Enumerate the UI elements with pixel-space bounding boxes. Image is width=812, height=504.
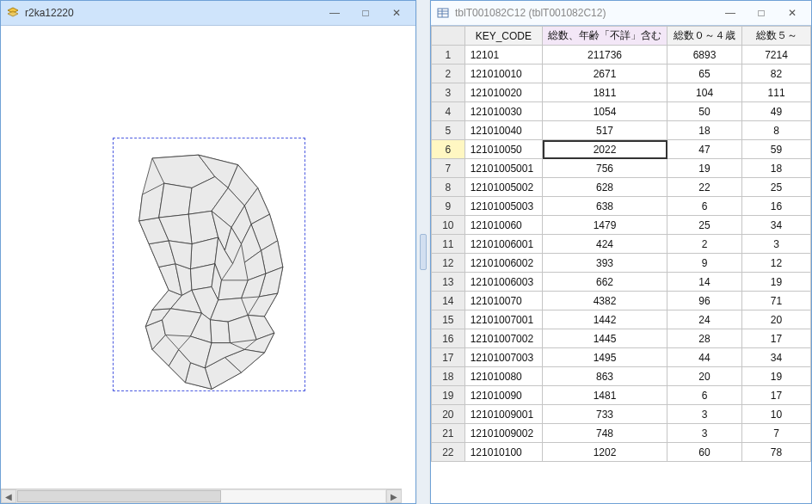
cell-value[interactable]: 96 — [667, 292, 742, 310]
cell-value[interactable]: 104 — [667, 83, 742, 102]
cell-value[interactable]: 863 — [543, 367, 667, 386]
table-row[interactable]: 8121010050026282225 — [432, 178, 811, 197]
cell-value[interactable]: 16 — [742, 197, 811, 216]
table-row[interactable]: 31210100201811104111 — [432, 83, 811, 102]
cell-value[interactable]: 65 — [667, 65, 742, 83]
cell-value[interactable]: 2022 — [543, 140, 667, 159]
cell-value[interactable]: 748 — [543, 424, 667, 443]
table-window-titlebar[interactable]: tblT001082C12 (tblT001082C12) — □ ✕ — [431, 1, 811, 26]
cell-key[interactable]: 121010060 — [464, 216, 542, 235]
table-row[interactable]: 912101005003638616 — [432, 197, 811, 216]
minimize-button[interactable]: — — [715, 4, 746, 22]
scroll-thumb[interactable] — [17, 490, 221, 502]
row-header[interactable]: 10 — [432, 216, 465, 235]
map-canvas[interactable]: ◀ ▶ — [1, 26, 415, 503]
row-header[interactable]: 17 — [432, 348, 465, 367]
cell-value[interactable]: 49 — [742, 102, 811, 121]
cell-key[interactable]: 121010030 — [464, 102, 542, 121]
cell-value[interactable]: 1445 — [543, 329, 667, 348]
cell-value[interactable]: 7214 — [742, 46, 811, 65]
close-button[interactable]: ✕ — [777, 4, 808, 22]
cell-value[interactable]: 1479 — [543, 216, 667, 235]
table-row[interactable]: 412101003010545049 — [432, 102, 811, 121]
table-row[interactable]: 111210100600142423 — [432, 235, 811, 254]
cell-value[interactable]: 25 — [742, 178, 811, 197]
table-row[interactable]: 211210100900274837 — [432, 424, 811, 443]
cell-value[interactable]: 9 — [667, 254, 742, 273]
cell-value[interactable]: 211736 — [543, 46, 667, 65]
table-row[interactable]: 1212101006002393912 — [432, 254, 811, 273]
cell-value[interactable]: 20 — [742, 310, 811, 329]
table-corner[interactable] — [432, 27, 465, 46]
cell-value[interactable]: 17 — [742, 386, 811, 405]
cell-key[interactable]: 12101005001 — [464, 159, 542, 178]
cell-key[interactable]: 121010020 — [464, 83, 542, 102]
cell-value[interactable]: 71 — [742, 292, 811, 310]
table-row[interactable]: 2012101009001733310 — [432, 405, 811, 424]
cell-value[interactable]: 662 — [543, 273, 667, 292]
cell-value[interactable]: 22 — [667, 178, 742, 197]
cell-value[interactable]: 1442 — [543, 310, 667, 329]
cell-value[interactable]: 24 — [667, 310, 742, 329]
close-button[interactable]: ✕ — [381, 4, 412, 22]
table-row[interactable]: 212101001026716582 — [432, 65, 811, 83]
cell-value[interactable]: 34 — [742, 348, 811, 367]
cell-key[interactable]: 121010050 — [464, 140, 542, 159]
row-header[interactable]: 12 — [432, 254, 465, 273]
cell-key[interactable]: 121010010 — [464, 65, 542, 83]
cell-value[interactable]: 19 — [667, 159, 742, 178]
cell-value[interactable]: 60 — [667, 443, 742, 462]
scroll-track[interactable] — [16, 489, 386, 503]
cell-value[interactable]: 14 — [667, 273, 742, 292]
table-row[interactable]: 13121010060036621419 — [432, 273, 811, 292]
cell-value[interactable]: 25 — [667, 216, 742, 235]
cell-key[interactable]: 12101006003 — [464, 273, 542, 292]
cell-value[interactable]: 19 — [742, 367, 811, 386]
maximize-button[interactable]: □ — [350, 4, 381, 22]
cell-value[interactable]: 638 — [543, 197, 667, 216]
cell-value[interactable]: 628 — [543, 178, 667, 197]
table-row[interactable]: 5121010040517188 — [432, 121, 811, 140]
cell-value[interactable]: 1481 — [543, 386, 667, 405]
cell-value[interactable]: 6 — [667, 197, 742, 216]
scroll-left-button[interactable]: ◀ — [1, 489, 16, 503]
cell-value[interactable]: 2 — [667, 235, 742, 254]
row-header[interactable]: 16 — [432, 329, 465, 348]
row-header[interactable]: 5 — [432, 121, 465, 140]
maximize-button[interactable]: □ — [746, 4, 777, 22]
map-window-titlebar[interactable]: r2ka12220 — □ ✕ — [1, 1, 415, 26]
scroll-right-button[interactable]: ▶ — [386, 489, 402, 503]
table-row[interactable]: 11210121173668937214 — [432, 46, 811, 65]
cell-value[interactable]: 10 — [742, 405, 811, 424]
row-header[interactable]: 21 — [432, 424, 465, 443]
table-scroll-area[interactable]: KEY_CODE 総数、年齢「不詳」含む 総数０～４歳 総数５～ 1121012… — [431, 26, 811, 503]
map-scrollbar-horizontal[interactable]: ◀ ▶ — [1, 489, 402, 503]
table-row[interactable]: 181210100808632019 — [432, 367, 811, 386]
row-header[interactable]: 22 — [432, 443, 465, 462]
minimize-button[interactable]: — — [319, 4, 350, 22]
table-row[interactable]: 612101005020224759 — [432, 140, 811, 159]
row-header[interactable]: 19 — [432, 386, 465, 405]
cell-value[interactable]: 44 — [667, 348, 742, 367]
cell-value[interactable]: 1202 — [543, 443, 667, 462]
cell-key[interactable]: 12101007003 — [464, 348, 542, 367]
cell-key[interactable]: 12101006002 — [464, 254, 542, 273]
cell-value[interactable]: 1054 — [543, 102, 667, 121]
cell-key[interactable]: 12101005003 — [464, 197, 542, 216]
cell-value[interactable]: 28 — [667, 329, 742, 348]
cell-value[interactable]: 4382 — [543, 292, 667, 310]
row-header[interactable]: 13 — [432, 273, 465, 292]
table-row[interactable]: 2212101010012026078 — [432, 443, 811, 462]
cell-value[interactable]: 733 — [543, 405, 667, 424]
cell-value[interactable]: 3 — [742, 235, 811, 254]
cell-value[interactable]: 424 — [543, 235, 667, 254]
table-row[interactable]: 151210100700114422420 — [432, 310, 811, 329]
table-row[interactable]: 7121010050017561918 — [432, 159, 811, 178]
cell-key[interactable]: 121010100 — [464, 443, 542, 462]
row-header[interactable]: 8 — [432, 178, 465, 197]
cell-key[interactable]: 121010070 — [464, 292, 542, 310]
cell-value[interactable]: 1495 — [543, 348, 667, 367]
cell-value[interactable]: 756 — [543, 159, 667, 178]
col-total-5-[interactable]: 総数５～ — [742, 27, 811, 46]
row-header[interactable]: 15 — [432, 310, 465, 329]
